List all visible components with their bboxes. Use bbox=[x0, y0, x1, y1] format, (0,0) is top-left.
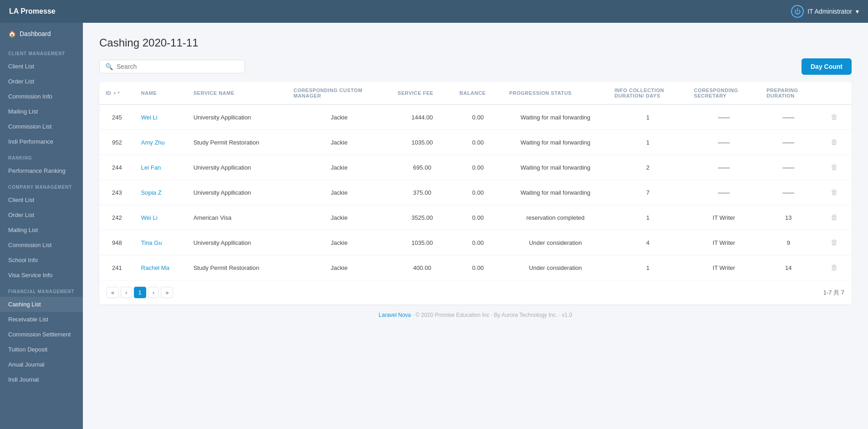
cell-manager: Jackie bbox=[287, 155, 391, 180]
cell-preparing-duration: —— bbox=[760, 130, 817, 155]
sidebar-item-anual-journal[interactable]: Anual Journal bbox=[0, 357, 83, 372]
name-link[interactable]: Lei Fan bbox=[141, 164, 161, 171]
cell-service-name: University Appllication bbox=[187, 230, 287, 255]
cell-progression-status: Under consideration bbox=[503, 230, 608, 255]
sidebar-item-receivable-list[interactable]: Receivable List bbox=[0, 312, 83, 327]
sidebar-item-mailing-list-cm[interactable]: Mailing List bbox=[0, 104, 83, 119]
delete-button[interactable]: 🗑 bbox=[827, 262, 842, 274]
cell-service-fee: 375.00 bbox=[391, 180, 453, 205]
sidebar-item-tuition-deposit[interactable]: Tuition Deposit bbox=[0, 342, 83, 357]
sidebar-item-indi-journal[interactable]: Indi Journal bbox=[0, 372, 83, 387]
sidebar-item-order-list-co[interactable]: Order List bbox=[0, 207, 83, 222]
cell-preparing-duration: 9 bbox=[760, 230, 817, 255]
name-link[interactable]: Wei Li bbox=[141, 114, 158, 121]
sidebar-section-company-management: COMPANY MANAGEMENT bbox=[0, 178, 83, 192]
footer: Laravel Nova · © 2020 Promise Education … bbox=[99, 305, 852, 326]
sidebar-item-order-list-cm[interactable]: Order List bbox=[0, 74, 83, 89]
sidebar-section-ranking: RANKING bbox=[0, 149, 83, 163]
sidebar-item-mailing-list-co[interactable]: Mailing List bbox=[0, 222, 83, 238]
page-first-button[interactable]: « bbox=[107, 287, 119, 298]
page-last-button[interactable]: » bbox=[161, 287, 173, 298]
sidebar-item-performance-ranking[interactable]: Performance Ranking bbox=[0, 163, 83, 178]
cell-service-name: Study Permit Restoration bbox=[187, 130, 287, 155]
name-link[interactable]: Tina Gu bbox=[141, 239, 162, 246]
cell-service-name: University Appllication bbox=[187, 155, 287, 180]
cell-secretary: —— bbox=[688, 180, 760, 205]
col-secretary: CORESPONDINGSECRETARY bbox=[688, 82, 760, 104]
cell-delete: 🗑 bbox=[817, 130, 852, 155]
search-input[interactable] bbox=[117, 63, 239, 70]
home-icon: 🏠 bbox=[8, 30, 16, 37]
cell-preparing-duration: —— bbox=[760, 155, 817, 180]
sidebar-item-cashing-list[interactable]: Cashing List bbox=[0, 297, 83, 312]
sidebar-item-client-list-co[interactable]: Client List bbox=[0, 192, 83, 207]
page-1-button[interactable]: 1 bbox=[134, 287, 146, 298]
cell-service-fee: 1444.00 bbox=[391, 104, 453, 130]
cell-delete: 🗑 bbox=[817, 180, 852, 205]
sidebar-item-indi-performance[interactable]: Indi Performance bbox=[0, 134, 83, 149]
col-name: NAME bbox=[135, 82, 187, 104]
name-link[interactable]: Amy Zhu bbox=[141, 139, 165, 146]
sidebar-item-visa-service-info[interactable]: Visa Service Info bbox=[0, 268, 83, 283]
cell-id: 245 bbox=[99, 104, 135, 130]
sidebar: 🏠 Dashboard CLIENT MANAGEMENTClient List… bbox=[0, 23, 83, 429]
cell-id: 952 bbox=[99, 130, 135, 155]
delete-button[interactable]: 🗑 bbox=[827, 136, 842, 148]
cell-preparing-duration: —— bbox=[760, 104, 817, 130]
sidebar-item-commission-list-co[interactable]: Commission List bbox=[0, 238, 83, 253]
delete-button[interactable]: 🗑 bbox=[827, 212, 842, 223]
table-row: 245Wei LiUniversity AppllicationJackie14… bbox=[99, 104, 852, 130]
sidebar-item-commission-info[interactable]: Commission Info bbox=[0, 89, 83, 104]
sidebar-item-commission-list-cm[interactable]: Commission List bbox=[0, 119, 83, 134]
cell-delete: 🗑 bbox=[817, 205, 852, 230]
cell-progression-status: Under consideration bbox=[503, 255, 608, 280]
cell-progression-status: reservation completed bbox=[503, 205, 608, 230]
pagination-controls: « ‹ 1 › » bbox=[107, 287, 173, 298]
cell-preparing-duration: 13 bbox=[760, 205, 817, 230]
delete-button[interactable]: 🗑 bbox=[827, 111, 842, 123]
topnav: LA Promesse ⏻ IT Administrator ▾ bbox=[0, 0, 868, 23]
cell-balance: 0.00 bbox=[453, 255, 503, 280]
laravel-nova-link[interactable]: Laravel Nova bbox=[379, 312, 411, 318]
cell-service-name: Study Permit Restoration bbox=[187, 255, 287, 280]
col-preparing-duration: PREPARINGDURATION bbox=[760, 82, 817, 104]
cell-manager: Jackie bbox=[287, 255, 391, 280]
sort-icon[interactable]: ▲▼ bbox=[113, 91, 121, 95]
cell-manager: Jackie bbox=[287, 230, 391, 255]
name-link[interactable]: Rachel Ma bbox=[141, 264, 169, 271]
toolbar: 🔍 Day Count bbox=[99, 58, 852, 75]
cell-name: Tina Gu bbox=[135, 230, 187, 255]
cell-progression-status: Waiting for mail forwarding bbox=[503, 130, 608, 155]
delete-button[interactable]: 🗑 bbox=[827, 161, 842, 173]
day-count-button[interactable]: Day Count bbox=[802, 58, 852, 75]
sidebar-item-commission-settlement[interactable]: Commission Settlement bbox=[0, 327, 83, 342]
col-balance: BALANCE bbox=[453, 82, 503, 104]
search-box: 🔍 bbox=[99, 60, 245, 73]
cell-progression-status: Waiting for mail forwarding bbox=[503, 155, 608, 180]
sidebar-item-dashboard[interactable]: 🏠 Dashboard bbox=[0, 23, 83, 45]
cell-info-collection: 1 bbox=[608, 104, 688, 130]
name-link[interactable]: Wei Li bbox=[141, 214, 158, 221]
sidebar-item-client-list-cm[interactable]: Client List bbox=[0, 59, 83, 74]
cell-delete: 🗑 bbox=[817, 104, 852, 130]
page-prev-button[interactable]: ‹ bbox=[121, 287, 132, 298]
cell-id: 948 bbox=[99, 230, 135, 255]
cell-delete: 🗑 bbox=[817, 230, 852, 255]
cell-balance: 0.00 bbox=[453, 104, 503, 130]
name-link[interactable]: Sopia Z bbox=[141, 189, 162, 196]
delete-button[interactable]: 🗑 bbox=[827, 237, 842, 248]
page-next-button[interactable]: › bbox=[148, 287, 159, 298]
data-table-container: ID ▲▼ NAME SERVICE NAME CORESPONDING CUS… bbox=[99, 82, 852, 305]
footer-copyright-text: © 2020 Promise Education Inc · By Aurora… bbox=[415, 312, 572, 318]
user-menu[interactable]: ⏻ IT Administrator ▾ bbox=[791, 5, 859, 18]
delete-button[interactable]: 🗑 bbox=[827, 186, 842, 198]
table-row: 243Sopia ZUniversity AppllicationJackie3… bbox=[99, 180, 852, 205]
sidebar-item-school-info[interactable]: School Info bbox=[0, 253, 83, 268]
cell-manager: Jackie bbox=[287, 180, 391, 205]
table-row: 242Wei LiAmerican VisaJackie3525.000.00r… bbox=[99, 205, 852, 230]
cell-secretary: —— bbox=[688, 104, 760, 130]
col-custom-manager: CORESPONDING CUSTOMMANAGER bbox=[287, 82, 391, 104]
cell-secretary: —— bbox=[688, 130, 760, 155]
sidebar-section-client-management: CLIENT MANAGEMENT bbox=[0, 45, 83, 59]
cell-name: Rachel Ma bbox=[135, 255, 187, 280]
